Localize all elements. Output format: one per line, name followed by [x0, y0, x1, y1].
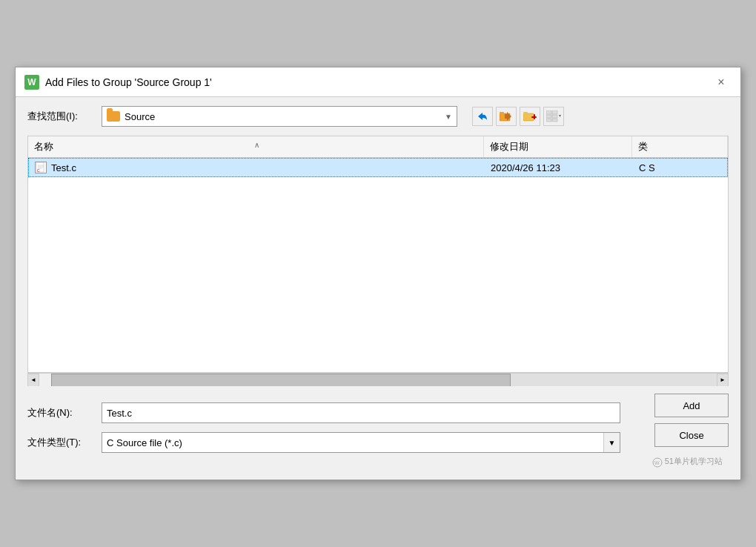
toolbar-row: 查找范围(I): Source ▼ — [27, 106, 729, 127]
file-list-header: ∧ 名称 修改日期 类 — [28, 136, 728, 158]
file-type-cell: C S — [633, 160, 727, 176]
new-folder-button[interactable] — [520, 107, 540, 126]
watermark-area: W 51单片机学习站 — [27, 453, 729, 467]
col-type-header[interactable]: 类 — [632, 136, 728, 157]
watermark-icon: W — [652, 457, 663, 468]
svg-rect-8 — [546, 119, 551, 122]
filetype-value: C Source file (*.c) — [107, 437, 615, 448]
title-bar: W Add Files to Group 'Source Group 1' × — [16, 67, 740, 97]
close-button[interactable]: Close — [654, 423, 729, 447]
scrollbar-track[interactable] — [51, 374, 717, 387]
svg-marker-12 — [559, 115, 561, 117]
parent-folder-icon — [500, 110, 513, 122]
svg-rect-7 — [546, 115, 551, 118]
app-icon: W — [24, 75, 39, 90]
folder-name: Source — [125, 111, 440, 122]
svg-text:W: W — [654, 460, 660, 465]
filename-input[interactable] — [102, 402, 620, 423]
parent-folder-button[interactable] — [496, 107, 517, 126]
horizontal-scrollbar[interactable]: ◄ ► — [27, 373, 729, 386]
back-icon — [477, 111, 488, 122]
file-type-icon: C — [35, 162, 47, 173]
file-name: Test.c — [51, 162, 76, 173]
dialog-body: 查找范围(I): Source ▼ — [16, 97, 740, 479]
watermark-text: W 51单片机学习站 — [652, 457, 723, 465]
dialog: W Add Files to Group 'Source Group 1' × … — [15, 67, 741, 480]
toolbar-buttons — [472, 107, 564, 126]
dialog-title: Add Files to Group 'Source Group 1' — [45, 76, 212, 88]
svg-rect-10 — [552, 115, 557, 118]
col-date-header[interactable]: 修改日期 — [484, 136, 632, 157]
form-section: 文件名(N): 文件类型(T): C Source file (*.c) ▼ — [27, 394, 637, 453]
scroll-right-button[interactable]: ► — [717, 374, 729, 387]
view-options-button[interactable] — [543, 107, 564, 126]
new-folder-icon — [523, 110, 537, 122]
scroll-left-button[interactable]: ◄ — [27, 374, 39, 387]
scrollbar-thumb[interactable] — [51, 374, 511, 387]
filetype-row: 文件类型(T): C Source file (*.c) ▼ — [27, 432, 637, 453]
folder-dropdown[interactable]: Source ▼ — [102, 106, 457, 127]
table-row[interactable]: C Test.c 2020/4/26 11:23 C S — [28, 158, 728, 177]
folder-icon — [107, 111, 120, 122]
filetype-label: 文件类型(T): — [27, 436, 94, 449]
view-options-icon — [546, 110, 561, 122]
file-date-cell: 2020/4/26 11:23 — [485, 160, 633, 176]
sort-arrow-icon: ∧ — [254, 141, 259, 149]
action-buttons: Add Close — [654, 394, 729, 453]
close-window-button[interactable]: × — [711, 72, 732, 93]
svg-rect-3 — [523, 112, 528, 114]
svg-rect-1 — [500, 112, 504, 114]
filetype-select[interactable]: C Source file (*.c) ▼ — [102, 432, 620, 453]
title-bar-left: W Add Files to Group 'Source Group 1' — [24, 75, 212, 90]
search-range-label: 查找范围(I): — [27, 110, 94, 123]
svg-rect-11 — [552, 119, 557, 122]
file-list-body: C Test.c 2020/4/26 11:23 C S — [28, 158, 728, 372]
file-name-cell: C Test.c — [29, 159, 485, 176]
dropdown-arrow-icon: ▼ — [445, 113, 452, 121]
svg-text:C: C — [37, 168, 40, 173]
add-button[interactable]: Add — [654, 394, 729, 417]
svg-rect-6 — [546, 110, 551, 114]
svg-rect-9 — [552, 110, 557, 114]
file-list-container: ∧ 名称 修改日期 类 C — [27, 136, 729, 373]
filetype-dropdown-arrow: ▼ — [603, 433, 620, 452]
filename-label: 文件名(N): — [27, 406, 94, 420]
back-button[interactable] — [472, 107, 493, 126]
filename-row: 文件名(N): — [27, 402, 637, 423]
svg-rect-5 — [534, 114, 535, 119]
